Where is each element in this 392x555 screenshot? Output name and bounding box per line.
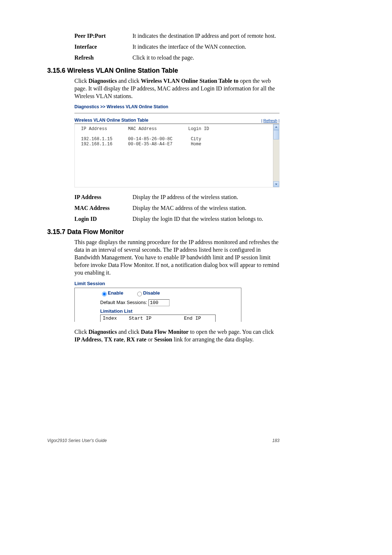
station-header: Wireless VLAN Online Station Table | Ref…	[74, 118, 279, 124]
sessions-input[interactable]	[148, 299, 170, 306]
limitation-list-title: Limitation List	[100, 308, 216, 314]
station-listbox: IP Address MAC Address Login ID 192.168.…	[74, 124, 279, 187]
refresh-link[interactable]: Refresh	[264, 118, 278, 123]
def-term: Refresh	[74, 54, 132, 61]
def-term: MAC Address	[74, 205, 132, 211]
scroll-thumb[interactable]	[273, 130, 279, 139]
footer-page-number: 183	[272, 438, 279, 443]
disable-radio[interactable]	[137, 292, 142, 296]
enable-text: Enable	[108, 290, 123, 296]
closing-paragraph: Click Diagnostics and click Data Flow Mo…	[74, 328, 279, 344]
def-desc: Display the IP address of the wireless s…	[132, 194, 279, 200]
section-heading-3157: 3.15.7 Data Flow Monitor	[47, 228, 279, 236]
refresh-group: | Refresh |	[261, 118, 279, 123]
enable-radio[interactable]	[102, 292, 107, 296]
scroll-down-icon[interactable]	[273, 181, 279, 187]
def-term: IP Address	[74, 194, 132, 200]
definition-list-station: IP Address Display the IP address of the…	[74, 194, 279, 222]
def-row-peer: Peer IP:Port It indicates the destinatio…	[74, 33, 279, 39]
diagnostics-screenshot: Diagnostics >> Wireless VLAN Online Stat…	[74, 104, 279, 187]
default-max-sessions-row: Default Max Sessions:	[100, 299, 216, 306]
limit-session-box: Enable Disable Default Max Sessions: Lim…	[74, 288, 241, 322]
def-row-mac: MAC Address Display the MAC address of t…	[74, 205, 279, 211]
def-term: Peer IP:Port	[74, 33, 132, 39]
station-table-content: IP Address MAC Address Login ID 192.168.…	[75, 124, 279, 149]
col-start: Start IP	[129, 316, 184, 321]
def-row-refresh: Refresh Click it to reload the page.	[74, 54, 279, 61]
col-index: Index	[103, 316, 129, 321]
scroll-up-icon[interactable]	[273, 124, 279, 130]
page-footer: Vigor2910 Series User's Guide 183	[47, 438, 279, 443]
sep2: |	[277, 118, 279, 123]
section1-body: Click Diagnostics and click Wireless VLA…	[74, 77, 279, 100]
enable-radio-label[interactable]: Enable	[100, 290, 134, 296]
disable-text: Disable	[143, 290, 160, 296]
enable-disable-row: Enable Disable	[100, 290, 216, 296]
def-term: Interface	[74, 44, 132, 50]
def-term: Login ID	[74, 216, 132, 222]
section2-body: This page displays the running procedure…	[74, 239, 279, 276]
disable-radio-label[interactable]: Disable	[135, 290, 160, 296]
section-heading-3156: 3.15.6 Wireless VLAN Online Station Tabl…	[47, 67, 279, 74]
def-desc: It indicates the interface of the WAN co…	[132, 44, 279, 50]
def-row-login: Login ID Display the login ID that the w…	[74, 216, 279, 222]
def-desc: Display the MAC address of the wireless …	[132, 205, 279, 211]
definition-list-top: Peer IP:Port It indicates the destinatio…	[74, 33, 279, 61]
col-end: End IP	[184, 316, 213, 321]
sessions-label: Default Max Sessions:	[100, 300, 148, 305]
footer-left: Vigor2910 Series User's Guide	[47, 438, 107, 443]
def-row-ip: IP Address Display the IP address of the…	[74, 194, 279, 200]
def-row-interface: Interface It indicates the interface of …	[74, 44, 279, 50]
limit-session-screenshot: Limit Session Enable Disable Default Max…	[74, 281, 279, 322]
def-desc: It indicates the destination IP address …	[132, 33, 279, 39]
station-table-title: Wireless VLAN Online Station Table	[74, 118, 148, 123]
scrollbar[interactable]	[273, 124, 279, 187]
limit-session-title: Limit Session	[74, 281, 279, 286]
def-desc: Click it to reload the page.	[132, 54, 279, 61]
limitation-list-header: Index Start IP End IP	[100, 315, 216, 322]
diag-breadcrumb: Diagnostics >> Wireless VLAN Online Stat…	[74, 104, 279, 109]
def-desc: Display the login ID that the wireless s…	[132, 216, 279, 222]
